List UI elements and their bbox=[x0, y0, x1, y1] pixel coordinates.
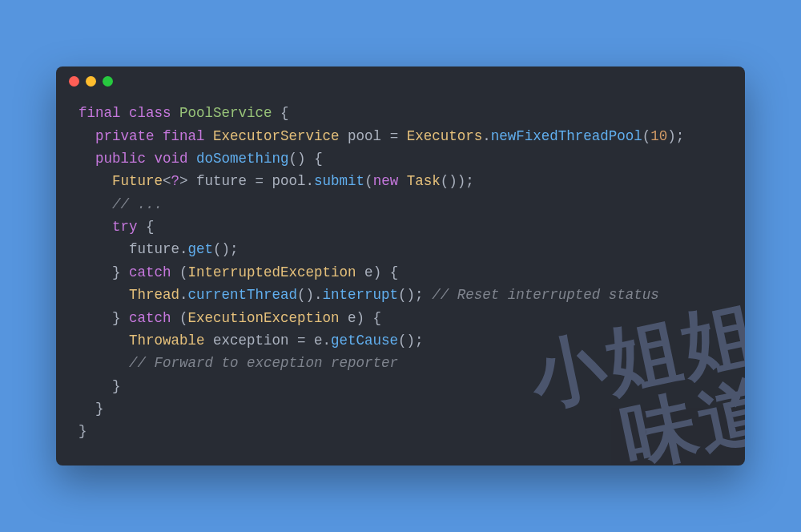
dot: . bbox=[179, 287, 188, 303]
keyword-final: final bbox=[78, 105, 121, 121]
brace-close: } bbox=[78, 423, 87, 439]
stmt-end: (); bbox=[398, 332, 424, 349]
paren-close: ()); bbox=[441, 173, 474, 189]
indent bbox=[78, 173, 112, 189]
indent bbox=[78, 241, 129, 257]
stmt-end: (); bbox=[398, 287, 432, 303]
equals: = e. bbox=[297, 332, 331, 349]
fn-interrupt: interrupt bbox=[323, 287, 399, 303]
equals: = bbox=[390, 128, 407, 144]
code-window: final class PoolService { private final … bbox=[56, 66, 745, 465]
type-interruptedexception: InterruptedException bbox=[188, 264, 356, 280]
indent bbox=[78, 401, 95, 417]
class-name: PoolService bbox=[179, 105, 272, 121]
brace-close: } bbox=[112, 264, 129, 280]
indent bbox=[78, 196, 112, 212]
close-icon[interactable] bbox=[69, 76, 79, 87]
brace-close: } bbox=[112, 378, 121, 394]
brace-close: } bbox=[112, 310, 129, 326]
indent bbox=[78, 310, 112, 326]
paren-open: ( bbox=[364, 173, 373, 189]
var-exception: exception bbox=[205, 332, 298, 349]
space bbox=[398, 173, 407, 189]
var-future: future bbox=[188, 173, 256, 189]
indent bbox=[78, 264, 112, 280]
type-thread: Thread bbox=[129, 287, 179, 303]
minimize-icon[interactable] bbox=[86, 76, 96, 87]
paren-close: ); bbox=[667, 128, 684, 144]
window-titlebar bbox=[56, 66, 745, 95]
keyword-public: public bbox=[95, 151, 146, 167]
indent bbox=[78, 378, 112, 394]
equals-pool: = pool. bbox=[256, 173, 315, 189]
parens: () bbox=[289, 151, 306, 167]
lt: < bbox=[163, 173, 171, 189]
brace-open: { bbox=[272, 105, 289, 121]
paren-close-brace: ) { bbox=[373, 264, 399, 280]
expr-future: future. bbox=[129, 241, 188, 257]
type-executionexception: ExecutionException bbox=[188, 310, 340, 326]
type-throwable: Throwable bbox=[129, 332, 205, 349]
type-executorservice: ExecutorService bbox=[213, 128, 340, 144]
keyword-catch: catch bbox=[129, 310, 171, 326]
fn-currentthread: currentThread bbox=[188, 287, 298, 303]
indent bbox=[78, 219, 112, 235]
indent bbox=[78, 287, 129, 303]
fn-dosomething: doSomething bbox=[196, 151, 289, 167]
indent bbox=[78, 355, 129, 371]
dot: . bbox=[482, 128, 491, 144]
number-10: 10 bbox=[650, 128, 667, 144]
code-block: final class PoolService { private final … bbox=[56, 95, 745, 465]
wildcard: ? bbox=[171, 173, 180, 189]
indent bbox=[78, 332, 129, 349]
brace-open: { bbox=[138, 219, 155, 235]
space bbox=[188, 151, 197, 167]
brace-close: } bbox=[95, 401, 104, 417]
var-pool: pool bbox=[340, 128, 390, 144]
var-e: e bbox=[340, 310, 356, 326]
keyword-final: final bbox=[163, 128, 205, 144]
paren-open: ( bbox=[171, 310, 188, 326]
fn-getcause: getCause bbox=[331, 332, 398, 349]
stmt-end: (); bbox=[213, 241, 239, 257]
keyword-try: try bbox=[112, 219, 138, 235]
type-future: Future bbox=[112, 173, 163, 189]
fn-submit: submit bbox=[314, 173, 364, 189]
gt: > bbox=[179, 173, 188, 189]
parens-dot: (). bbox=[297, 287, 323, 303]
keyword-private: private bbox=[95, 128, 155, 144]
keyword-class: class bbox=[129, 105, 171, 121]
paren-close-brace: ) { bbox=[356, 310, 382, 326]
fn-newfixedthreadpool: newFixedThreadPool bbox=[491, 128, 642, 144]
keyword-void: void bbox=[155, 151, 188, 167]
indent bbox=[78, 151, 95, 167]
comment-reset: // Reset interrupted status bbox=[432, 287, 659, 303]
type-executors: Executors bbox=[407, 128, 483, 144]
keyword-new: new bbox=[373, 173, 399, 189]
paren-open: ( bbox=[642, 128, 651, 144]
zoom-icon[interactable] bbox=[103, 76, 113, 87]
type-task: Task bbox=[407, 173, 441, 189]
paren-open: ( bbox=[171, 264, 188, 280]
comment-forward: // Forward to exception reporter bbox=[129, 355, 398, 371]
brace-open: { bbox=[306, 151, 323, 167]
keyword-catch: catch bbox=[129, 264, 171, 280]
var-e: e bbox=[356, 264, 373, 280]
indent bbox=[78, 128, 95, 144]
fn-get: get bbox=[188, 241, 214, 257]
comment-ellipsis: // ... bbox=[112, 196, 163, 212]
